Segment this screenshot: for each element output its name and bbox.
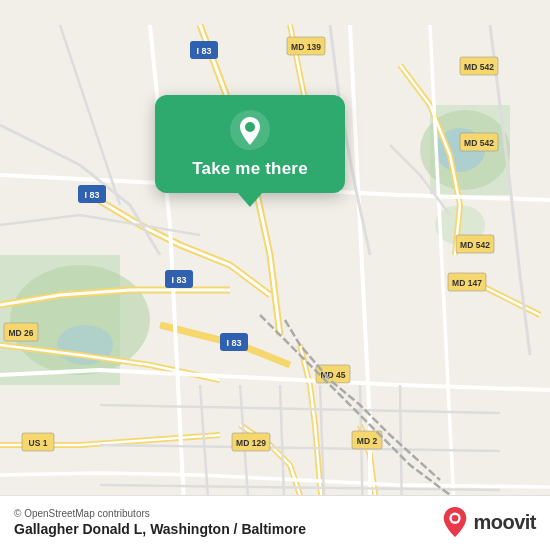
moovit-brand-text: moovit — [473, 511, 536, 534]
svg-text:MD 139: MD 139 — [291, 42, 321, 52]
bottom-left-info: © OpenStreetMap contributors Gallagher D… — [14, 508, 306, 537]
svg-point-38 — [452, 515, 459, 522]
svg-text:MD 542: MD 542 — [464, 62, 494, 72]
svg-text:MD 129: MD 129 — [236, 438, 266, 448]
svg-text:MD 147: MD 147 — [452, 278, 482, 288]
popup-label: Take me there — [192, 159, 308, 179]
osm-attribution: © OpenStreetMap contributors — [14, 508, 306, 519]
svg-text:I 83: I 83 — [171, 275, 186, 285]
map-roads-svg: I 83 I 83 I 83 I 83 MD 139 MD 542 MD 542… — [0, 0, 550, 550]
moovit-pin-icon — [441, 506, 469, 538]
svg-text:MD 542: MD 542 — [464, 138, 494, 148]
svg-text:MD 542: MD 542 — [460, 240, 490, 250]
svg-text:I 83: I 83 — [196, 46, 211, 56]
svg-text:US 1: US 1 — [29, 438, 48, 448]
map-container: I 83 I 83 I 83 I 83 MD 139 MD 542 MD 542… — [0, 0, 550, 550]
popup-card[interactable]: Take me there — [155, 95, 345, 193]
svg-text:MD 26: MD 26 — [8, 328, 33, 338]
bottom-bar: © OpenStreetMap contributors Gallagher D… — [0, 495, 550, 550]
svg-text:MD 2: MD 2 — [357, 436, 378, 446]
svg-point-36 — [245, 122, 255, 132]
svg-text:I 83: I 83 — [226, 338, 241, 348]
moovit-logo: moovit — [441, 506, 536, 538]
location-pin-icon — [229, 109, 271, 151]
svg-text:I 83: I 83 — [84, 190, 99, 200]
location-name: Gallagher Donald L, Washington / Baltimo… — [14, 521, 306, 537]
